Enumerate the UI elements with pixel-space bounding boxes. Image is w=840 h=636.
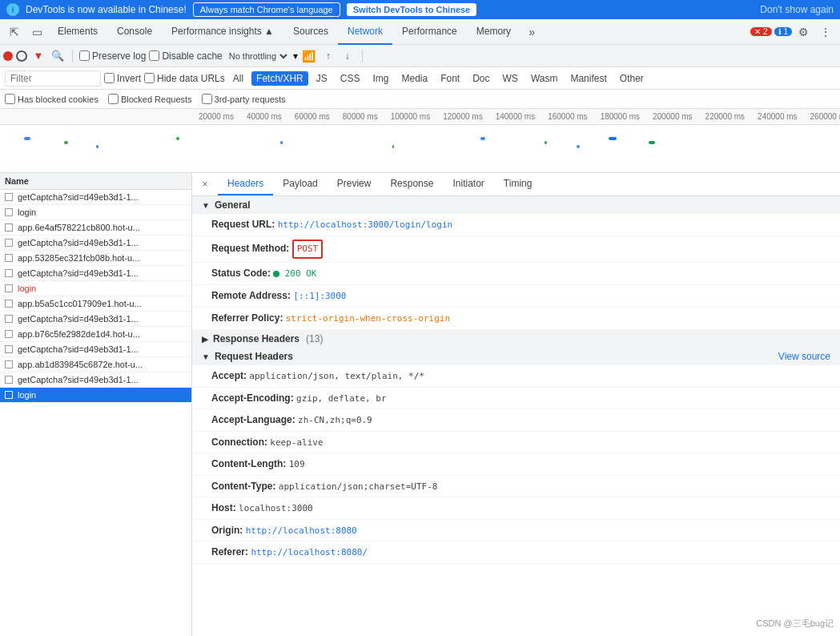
network-list-item[interactable]: getCaptcha?sid=d49eb3d1-1... [0,372,191,388]
cursor-icon[interactable]: ⇱ [3,21,26,43]
filter-all[interactable]: All [228,71,248,86]
dont-show-button[interactable]: Don't show again [760,4,834,15]
filter-img[interactable]: Img [368,71,393,86]
upload-icon[interactable]: ↑ [320,48,336,64]
blocked-cookies-checkbox[interactable]: Has blocked cookies [5,94,98,104]
tab-payload[interactable]: Payload [273,173,327,195]
network-list-item[interactable]: login [0,205,191,220]
match-language-button[interactable]: Always match Chrome's language [193,2,340,17]
switch-chinese-button[interactable]: Switch DevTools to Chinese [347,3,477,16]
item-checkbox [5,223,13,231]
hide-data-urls-checkbox[interactable]: Hide data URLs [144,73,225,84]
network-list-item[interactable]: getCaptcha?sid=d49eb3d1-1... [0,190,191,205]
request-method-row: Request Method: POST [192,236,840,263]
record-stop-icon[interactable] [3,51,13,61]
tab-network[interactable]: Network [338,19,392,45]
timeline-bar [24,137,30,140]
invert-checkbox[interactable]: Invert [104,73,141,84]
search-icon[interactable]: 🔍 [50,48,66,64]
timeline-label: 40000 ms [240,112,288,121]
settings-icon[interactable]: ⚙ [792,21,814,43]
network-list-item[interactable]: getCaptcha?sid=d49eb3d1-1... [0,235,191,251]
header-name: Accept: [211,370,247,381]
tab-headers[interactable]: Headers [218,173,273,195]
filter-media[interactable]: Media [396,71,432,86]
wifi-icon[interactable]: 📶 [301,48,317,64]
timeline-bar [176,137,179,140]
request-header-row: Accept-Language: zh-CN,zh;q=0.9 [192,409,840,432]
network-list-item[interactable]: app.b76c5fe2982de1d4.hot-u... [0,327,191,342]
preserve-log-checkbox[interactable]: Preserve log [79,50,146,62]
timeline-bar [577,145,580,148]
filter-wasm[interactable]: Wasm [526,71,563,86]
timeline-bar [64,141,68,144]
tab-performance[interactable]: Performance [392,19,467,45]
request-headers-triangle-icon: ▼ [202,352,210,361]
network-list: Name getCaptcha?sid=d49eb3d1-1...loginap… [0,173,192,636]
filter-input[interactable] [5,70,101,87]
clear-icon[interactable] [16,50,27,62]
disable-cache-checkbox[interactable]: Disable cache [149,50,222,62]
network-list-item[interactable]: login [0,281,191,296]
filter-css[interactable]: CSS [336,71,365,86]
view-source-link[interactable]: View source [778,351,830,362]
more-tabs-icon[interactable]: » [520,21,543,43]
throttle-select[interactable]: No throttling Slow 3G Fast 3G [226,50,290,62]
header-name: Content-Type: [211,481,275,492]
network-list-item[interactable]: app.b5a5c1cc017909e1.hot-u... [0,296,191,312]
filter-other[interactable]: Other [615,71,649,86]
download-icon[interactable]: ↓ [340,48,356,64]
tab-timing[interactable]: Timing [494,173,542,195]
tab-console[interactable]: Console [107,19,162,45]
network-list-item[interactable]: app.6e4af578221cb800.hot-u... [0,220,191,235]
network-list-item[interactable]: getCaptcha?sid=d49eb3d1-1... [0,266,191,281]
device-icon[interactable]: ▭ [26,21,48,43]
network-list-item[interactable]: login [0,388,191,403]
item-name: app.b5a5c1cc017909e1.hot-u... [18,299,142,308]
general-section-header[interactable]: ▼ General [192,196,840,214]
filter-fetch-xhr[interactable]: Fetch/XHR [251,71,308,86]
item-checkbox [5,269,13,277]
item-checkbox [5,345,13,353]
network-list-item[interactable]: getCaptcha?sid=d49eb3d1-1... [0,312,191,327]
close-detail-button[interactable]: × [199,178,211,191]
tab-sources[interactable]: Sources [283,19,338,45]
blocked-requests-checkbox[interactable]: Blocked Requests [108,94,192,104]
filter-manifest[interactable]: Manifest [565,71,611,86]
request-headers-section-header[interactable]: ▼ Request Headers View source [192,348,840,365]
request-header-row: Accept-Encoding: gzip, deflate, br [192,388,840,410]
response-headers-section-header[interactable]: ▶ Response Headers (13) [192,330,840,348]
item-checkbox [5,300,13,308]
header-name: Content-Length: [211,458,286,469]
tab-preview[interactable]: Preview [328,173,381,195]
detail-tabs: × Headers Payload Preview Response Initi… [192,173,840,196]
network-list-item[interactable]: app.ab1d839845c6872e.hot-u... [0,357,191,372]
tab-response[interactable]: Response [380,173,443,195]
request-method-value: POST [292,240,324,259]
header-name: Connection: [211,437,267,448]
more-options-icon[interactable]: ⋮ [814,21,837,43]
timeline-label: 160000 ms [541,112,593,121]
filter-font[interactable]: Font [436,71,464,86]
network-list-item[interactable]: app.53285ec321fcb08b.hot-u... [0,251,191,266]
third-party-checkbox[interactable]: 3rd-party requests [202,94,286,104]
timeline-label: 20000 ms [192,112,240,121]
filter-ws[interactable]: WS [498,71,523,86]
info-badge: ℹ 1 [774,27,792,36]
response-headers-triangle-icon: ▶ [202,335,208,344]
item-checkbox [5,376,13,384]
request-header-row: Accept: application/json, text/plain, */… [192,365,840,388]
timeline-label: 260000 ms [804,112,840,121]
status-dot [273,271,279,277]
error-icon: ✕ [754,27,761,36]
devtools-tabs-bar: ⇱ ▭ Elements Console Performance insight… [0,19,840,45]
tab-performance-insights[interactable]: Performance insights ▲ [162,19,283,45]
tab-memory[interactable]: Memory [467,19,520,45]
filter-js[interactable]: JS [311,71,332,86]
network-list-item[interactable]: getCaptcha?sid=d49eb3d1-1... [0,342,191,357]
tab-initiator[interactable]: Initiator [443,173,493,195]
filter-icon[interactable]: ▼ [30,48,46,64]
filter-doc[interactable]: Doc [468,71,494,86]
item-name: getCaptcha?sid=d49eb3d1-1... [18,344,139,354]
tab-elements[interactable]: Elements [48,19,107,45]
